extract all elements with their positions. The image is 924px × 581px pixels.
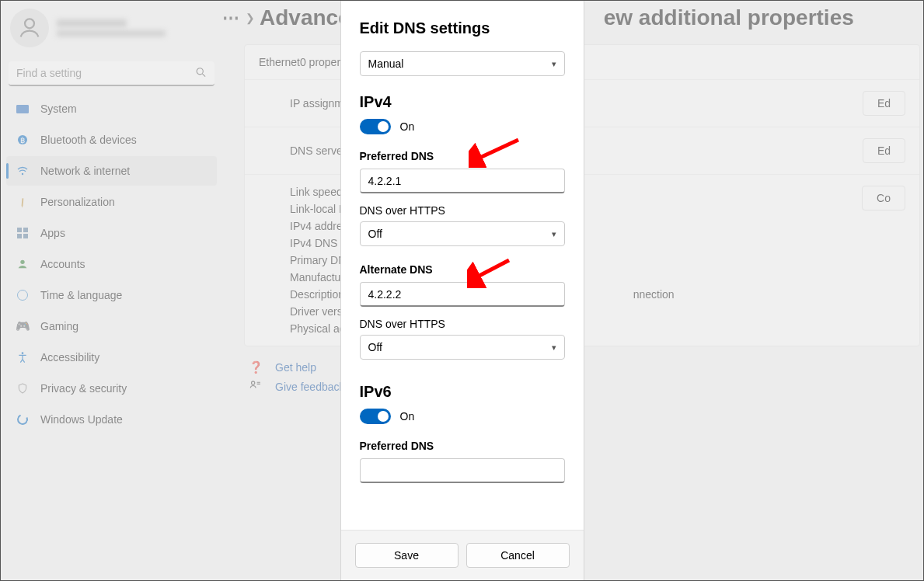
doh-label: DNS over HTTPS [360, 204, 565, 217]
chevron-down-icon: ▾ [552, 343, 556, 353]
ipv6-heading: IPv6 [360, 383, 565, 401]
ipv6-toggle[interactable] [360, 409, 391, 424]
ipv4-toggle-label: On [400, 120, 415, 133]
select-value: Off [368, 341, 382, 353]
alternate-dns-input[interactable] [360, 282, 565, 307]
ipv6-toggle-label: On [400, 410, 415, 423]
preferred-dns-label: Preferred DNS [360, 150, 565, 162]
dns-mode-select[interactable]: Manual ▾ [360, 51, 565, 76]
save-button[interactable]: Save [355, 543, 459, 568]
ipv4-toggle[interactable] [360, 119, 391, 134]
cancel-button[interactable]: Cancel [466, 543, 570, 568]
chevron-down-icon: ▾ [552, 229, 556, 239]
alternate-dns-label: Alternate DNS [360, 263, 565, 276]
select-value: Off [368, 228, 382, 240]
ipv6-preferred-dns-input[interactable] [360, 458, 565, 483]
doh2-label: DNS over HTTPS [360, 318, 565, 330]
ipv6-preferred-dns-label: Preferred DNS [360, 440, 565, 452]
select-value: Manual [368, 57, 404, 70]
ipv4-heading: IPv4 [360, 93, 565, 111]
preferred-dns-input[interactable] [360, 169, 565, 193]
edit-dns-dialog: Edit DNS settings Manual ▾ IPv4 On Prefe… [340, 1, 584, 580]
doh2-select[interactable]: Off ▾ [360, 335, 565, 360]
doh-select[interactable]: Off ▾ [360, 221, 565, 246]
dialog-title: Edit DNS settings [360, 19, 565, 37]
chevron-down-icon: ▾ [552, 59, 556, 69]
